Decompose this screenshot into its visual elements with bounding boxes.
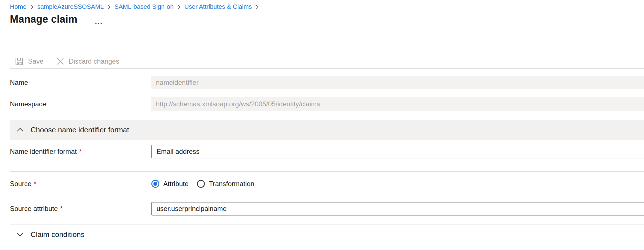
chevron-right-icon xyxy=(107,4,111,10)
namespace-label: Namespace xyxy=(10,100,151,108)
label-text: Name identifier format xyxy=(10,148,77,155)
name-row: Name xyxy=(10,76,644,89)
source-radio-attribute[interactable]: Attribute xyxy=(151,180,188,188)
discard-changes-button[interactable]: Discard changes xyxy=(56,57,119,66)
label-text: Source xyxy=(10,180,31,188)
name-identifier-format-dropdown[interactable]: Email address xyxy=(151,145,644,158)
chevron-right-icon xyxy=(30,4,34,10)
chevron-right-icon xyxy=(255,4,259,10)
required-asterisk: * xyxy=(60,205,63,212)
more-options-button[interactable]: ... xyxy=(95,20,103,23)
radio-selected-icon xyxy=(151,180,159,188)
section-title: Choose name identifier format xyxy=(31,126,129,134)
radio-label: Transformation xyxy=(209,180,254,188)
breadcrumb-link-app[interactable]: sampleAzureSSOSAML xyxy=(37,3,104,10)
radio-label: Attribute xyxy=(163,180,188,188)
namespace-row: Namespace xyxy=(10,97,644,111)
discard-icon xyxy=(56,57,65,66)
save-label: Save xyxy=(28,57,44,65)
name-label: Name xyxy=(10,79,151,87)
format-section-divider xyxy=(10,171,644,172)
label-text: Source attribute xyxy=(10,205,58,212)
source-row: Source* Attribute Transformation xyxy=(10,177,644,191)
title-row: Manage claim ... xyxy=(10,12,644,27)
chevron-down-icon xyxy=(16,232,24,237)
source-label: Source* xyxy=(10,180,151,188)
page-title: Manage claim xyxy=(10,13,78,25)
radio-unselected-icon xyxy=(197,180,205,188)
chevron-up-icon xyxy=(16,128,24,132)
breadcrumb-link-saml-signon[interactable]: SAML-based Sign-on xyxy=(114,3,173,10)
name-identifier-format-row: Name identifier format* Email address xyxy=(10,145,644,158)
namespace-input xyxy=(151,97,644,111)
save-button[interactable]: Save xyxy=(15,57,44,66)
section-title: Claim conditions xyxy=(31,230,85,239)
save-icon xyxy=(15,57,24,66)
source-attribute-input[interactable] xyxy=(151,202,644,215)
section-choose-name-identifier-format[interactable]: Choose name identifier format xyxy=(10,120,644,140)
source-radio-group: Attribute Transformation xyxy=(151,180,254,188)
breadcrumb-link-user-attributes-claims[interactable]: User Attributes & Claims xyxy=(184,3,252,10)
chevron-right-icon xyxy=(177,4,181,10)
toolbar-divider xyxy=(10,68,644,69)
source-radio-transformation[interactable]: Transformation xyxy=(197,180,254,188)
required-asterisk: * xyxy=(79,148,81,155)
breadcrumb: Home sampleAzureSSOSAML SAML-based Sign-… xyxy=(10,0,644,10)
command-bar: Save Discard changes xyxy=(10,54,644,68)
section-claim-conditions[interactable]: Claim conditions xyxy=(10,225,644,244)
source-attribute-row: Source attribute* xyxy=(10,202,644,215)
name-identifier-format-label: Name identifier format* xyxy=(10,148,151,156)
discard-changes-label: Discard changes xyxy=(69,57,119,65)
source-attribute-label: Source attribute* xyxy=(10,205,151,213)
dropdown-selected-value: Email address xyxy=(156,148,199,156)
name-input xyxy=(151,76,644,89)
manage-claim-page: Home sampleAzureSSOSAML SAML-based Sign-… xyxy=(0,0,644,250)
breadcrumb-link-home[interactable]: Home xyxy=(10,3,27,10)
required-asterisk: * xyxy=(34,180,36,188)
